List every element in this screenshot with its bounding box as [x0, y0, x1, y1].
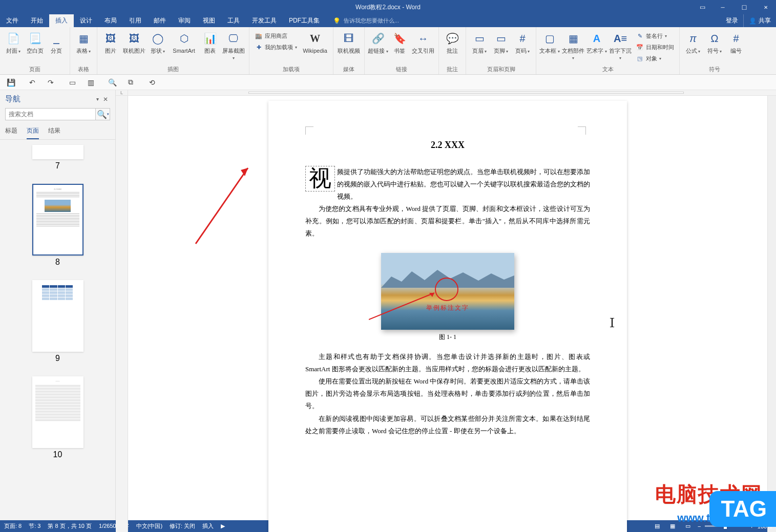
smartart-button[interactable]: ⬡SmartArt: [169, 29, 199, 54]
vertical-scrollbar[interactable]: [767, 96, 776, 532]
tab-design[interactable]: 设计: [74, 14, 98, 27]
tab-pdf[interactable]: PDF工具集: [283, 14, 326, 27]
hyperlink-button[interactable]: 🔗超链接: [368, 29, 388, 54]
nav-tab-results[interactable]: 结果: [48, 126, 60, 139]
search-button[interactable]: 🔍▾: [95, 109, 110, 120]
pagenum-button[interactable]: #页码: [512, 29, 533, 54]
qat-icon-4[interactable]: ⧉: [125, 77, 136, 88]
comment-button[interactable]: 💬批注: [442, 29, 463, 54]
figure-image[interactable]: 举例标注文字: [381, 253, 514, 330]
tab-file[interactable]: 文件: [0, 14, 25, 27]
wordart-button[interactable]: A艺术字: [586, 29, 607, 54]
minimize-button[interactable]: ─: [712, 0, 733, 14]
paragraph-1: 频提供了功能强大的方法帮助您证明您的观点。当您单击联机视频时，可以在想要添加的视…: [305, 166, 590, 203]
cover-page-button[interactable]: 📄封面: [3, 29, 24, 54]
tell-me-placeholder: 告诉我您想要做什么...: [344, 17, 399, 25]
table-button[interactable]: ▦表格: [73, 29, 94, 54]
chart-button[interactable]: 📊图表: [200, 29, 220, 54]
symbol-icon: Ω: [706, 30, 723, 47]
undo-button[interactable]: ↶: [27, 77, 38, 88]
addins-icon: ✚: [255, 43, 263, 51]
tab-home[interactable]: 开始: [25, 14, 49, 27]
print-layout-button[interactable]: ▦: [667, 522, 678, 531]
thumb-page-7[interactable]: [32, 145, 83, 159]
store-button[interactable]: 🏬应用商店: [253, 30, 299, 41]
shapes-button[interactable]: ◯形状: [148, 29, 168, 54]
share-button[interactable]: 👤 共享: [743, 14, 776, 27]
save-button[interactable]: 💾: [5, 77, 16, 88]
nav-close-icon[interactable]: ✕: [101, 96, 110, 103]
status-mode[interactable]: 插入: [202, 522, 214, 530]
status-pageof[interactable]: 第 8 页，共 10 页: [48, 522, 92, 530]
status-macro-icon[interactable]: ▶: [221, 523, 225, 529]
status-section[interactable]: 节: 3: [29, 522, 40, 530]
annotation-label: 举例标注文字: [381, 304, 514, 312]
tab-developer[interactable]: 开发工具: [246, 14, 283, 27]
footer-button[interactable]: ▭页脚: [491, 29, 511, 54]
status-page[interactable]: 页面: 8: [4, 522, 22, 530]
vertical-ruler[interactable]: [116, 96, 128, 532]
screenshot-button[interactable]: 🖵屏幕截图: [221, 29, 246, 61]
qat-icon-5[interactable]: ⟲: [146, 77, 158, 88]
blank-page-button[interactable]: 📃空白页: [25, 29, 45, 54]
dropcap-char: 视: [309, 166, 331, 191]
maximize-button[interactable]: □: [734, 0, 754, 14]
document-scroll[interactable]: 2.2 XXX 视 频提供了功能强大的方法帮助您证明您的观点。当您单击联机视频时…: [128, 96, 767, 532]
textbox-button[interactable]: ▢文本框: [539, 29, 560, 54]
nav-tab-pages[interactable]: 页面: [27, 126, 39, 139]
quickparts-icon: ▦: [565, 30, 581, 47]
header-icon: ▭: [471, 30, 488, 47]
online-video-button[interactable]: 🎞联机视频: [337, 29, 361, 54]
header-button[interactable]: ▭页眉: [469, 29, 490, 54]
bookmark-button[interactable]: 🔖书签: [389, 29, 410, 54]
tab-insert[interactable]: 插入: [49, 14, 74, 27]
dropcap-frame[interactable]: 视: [305, 166, 335, 191]
tab-layout[interactable]: 布局: [98, 14, 123, 27]
tell-me[interactable]: 💡 告诉我您想要做什么...: [333, 14, 399, 27]
object-button[interactable]: ◳对象 ▾: [634, 53, 676, 64]
horizontal-ruler[interactable]: [128, 90, 776, 96]
status-lang[interactable]: 中文(中国): [136, 522, 162, 530]
qat-icon-3[interactable]: 🔍: [107, 77, 118, 88]
equation-button[interactable]: π公式: [683, 29, 703, 54]
qat-icon-2[interactable]: ▥: [85, 77, 96, 88]
sign-in[interactable]: 登录: [721, 14, 743, 27]
read-mode-button[interactable]: ▤: [652, 522, 663, 531]
signature-line-button[interactable]: ✎签名行 ▾: [634, 30, 676, 41]
number-button[interactable]: #编号: [726, 29, 746, 54]
close-button[interactable]: ✕: [756, 0, 776, 14]
tab-mailings[interactable]: 邮件: [148, 14, 172, 27]
signature-icon: ✎: [636, 32, 644, 40]
symbol-button[interactable]: Ω符号: [704, 29, 725, 54]
tab-review[interactable]: 审阅: [172, 14, 197, 27]
crossref-button[interactable]: ↔交叉引用: [411, 29, 435, 54]
quickparts-button[interactable]: ▦文档部件: [561, 29, 585, 61]
page[interactable]: 2.2 XXX 视 频提供了功能强大的方法帮助您证明您的观点。当您单击联机视频时…: [268, 101, 627, 532]
page-thumbnails[interactable]: 7 2.2 XXX 8 9 —— 10: [0, 140, 115, 520]
ribbon-display-options-icon[interactable]: ▭: [693, 4, 711, 11]
thumb-page-10[interactable]: ——: [32, 376, 83, 448]
tab-references[interactable]: 引用: [123, 14, 148, 27]
redo-button[interactable]: ↷: [45, 77, 56, 88]
wikipedia-button[interactable]: WWikipedia: [300, 29, 330, 54]
group-symbols: π公式 Ω符号 #编号 符号: [680, 27, 749, 74]
page-break-button[interactable]: ⎯分页: [46, 29, 67, 54]
datetime-button[interactable]: 📅日期和时间: [634, 41, 676, 53]
qat-icon-1[interactable]: ▭: [67, 77, 78, 88]
dropcap-button[interactable]: A≡首字下沉: [608, 29, 633, 61]
crop-mark-tl: [305, 126, 313, 135]
online-pictures-icon: 🖼: [126, 30, 142, 47]
tab-view[interactable]: 视图: [197, 14, 221, 27]
group-addins: 🏬应用商店 ✚我的加载项 ▾ WWikipedia 加载项: [249, 27, 333, 74]
my-addins-button[interactable]: ✚我的加载项 ▾: [253, 41, 299, 53]
nav-tab-headings[interactable]: 标题: [5, 126, 17, 139]
status-track[interactable]: 修订: 关闭: [170, 522, 195, 530]
nav-dropdown-icon[interactable]: ▾: [94, 96, 101, 102]
pictures-button[interactable]: 🖼图片: [100, 29, 121, 54]
tab-tools[interactable]: 工具: [221, 14, 246, 27]
online-pictures-button[interactable]: 🖼联机图片: [122, 29, 146, 54]
thumb-page-8[interactable]: 2.2 XXX: [32, 184, 83, 256]
thumb-page-9[interactable]: [32, 280, 83, 352]
ruler-corner[interactable]: L: [116, 90, 128, 96]
search-input[interactable]: [6, 109, 95, 120]
